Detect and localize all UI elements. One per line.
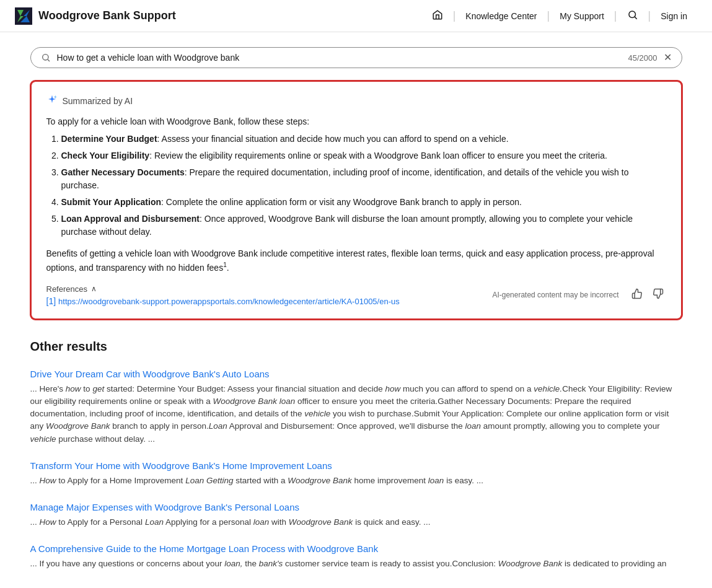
site-title: Woodgrove Bank Support (38, 9, 176, 22)
other-results-title: Other results (30, 340, 682, 354)
logo-area: Woodgrove Bank Support (15, 7, 422, 25)
search-counter: 45/2000 (628, 53, 657, 63)
ai-header: Summarized by AI (46, 94, 666, 108)
nav-knowledge-center[interactable]: Knowledge Center (455, 11, 547, 21)
site-header: Woodgrove Bank Support | Knowledge Cente… (0, 0, 712, 32)
svg-point-5 (42, 55, 48, 60)
result-item-2: Transform Your Home with Woodgrove Bank'… (30, 460, 682, 487)
references-label: References (46, 284, 87, 294)
logo-icon (15, 7, 32, 25)
ai-footer: References ∧ [1]https://woodgrovebank-su… (46, 284, 666, 306)
svg-line-4 (635, 17, 636, 19)
ai-feedback: AI-generated content may be incorrect (492, 287, 666, 303)
header-nav: | Knowledge Center | My Support | | Sign… (422, 9, 697, 22)
reference-item: [1]https://woodgrovebank-support.powerap… (46, 296, 400, 306)
ai-benefits: Benefits of getting a vehicle loan with … (46, 247, 666, 274)
search-clear-button[interactable]: ✕ (664, 53, 672, 63)
ai-benefits-superscript: 1 (223, 261, 227, 268)
ai-steps: Determine Your Budget: Assess your finan… (61, 133, 666, 239)
reference-number: [1] (46, 296, 56, 306)
ai-step-1-text: : Assess your financial situation and de… (157, 134, 509, 144)
ai-step-1-bold: Determine Your Budget (61, 134, 157, 144)
nav-signin[interactable]: Sign in (651, 11, 697, 21)
result-link-2[interactable]: Transform Your Home with Woodgrove Bank'… (30, 460, 682, 471)
ai-step-4: Submit Your Application: Complete the on… (61, 196, 666, 209)
reference-link[interactable]: https://woodgrovebank-support.powerappsp… (58, 297, 400, 306)
result-link-4[interactable]: A Comprehensive Guide to the Home Mortga… (30, 543, 682, 554)
ai-disclaimer: AI-generated content may be incorrect (492, 291, 618, 299)
home-icon (432, 9, 443, 20)
ai-step-3: Gather Necessary Documents: Prepare the … (61, 166, 666, 192)
svg-point-3 (629, 11, 636, 18)
result-item-1: Drive Your Dream Car with Woodgrove Bank… (30, 369, 682, 445)
ai-step-1: Determine Your Budget: Assess your finan… (61, 133, 666, 146)
references-section: References ∧ [1]https://woodgrovebank-su… (46, 284, 400, 306)
thumbs-down-button[interactable] (650, 287, 666, 303)
ai-step-5: Loan Approval and Disbursement: Once app… (61, 213, 666, 239)
result-snippet-4: ... If you have any questions or concern… (30, 558, 682, 570)
main-content: 45/2000 ✕ Summarized by AI To apply for … (15, 32, 697, 588)
result-item-3: Manage Major Expenses with Woodgrove Ban… (30, 502, 682, 529)
nav-search-icon[interactable] (617, 9, 648, 22)
thumbs-up-icon (631, 288, 643, 299)
search-bar: 45/2000 ✕ (30, 47, 682, 68)
references-chevron-icon: ∧ (91, 284, 97, 293)
ai-step-4-bold: Submit Your Application (61, 197, 162, 207)
result-link-1[interactable]: Drive Your Dream Car with Woodgrove Bank… (30, 369, 682, 379)
ai-label: Summarized by AI (63, 96, 133, 106)
result-snippet-3: ... How to Apply for a Personal Loan App… (30, 516, 682, 529)
ai-step-3-bold: Gather Necessary Documents (61, 167, 185, 177)
nav-home[interactable] (422, 9, 453, 22)
result-snippet-2: ... How to Apply for a Home Improvement … (30, 475, 682, 487)
result-link-3[interactable]: Manage Major Expenses with Woodgrove Ban… (30, 502, 682, 512)
ai-step-2: Check Your Eligibility: Review the eligi… (61, 149, 666, 162)
search-icon (41, 53, 51, 63)
ai-sparkle-icon (46, 94, 58, 108)
references-toggle[interactable]: References ∧ (46, 284, 400, 294)
ai-intro: To apply for a vehicle loan with Woodgro… (46, 116, 666, 126)
thumbs-up-button[interactable] (629, 287, 645, 303)
ai-step-5-bold: Loan Approval and Disbursement (61, 214, 200, 224)
result-item-4: A Comprehensive Guide to the Home Mortga… (30, 543, 682, 570)
result-snippet-1: ... Here's how to get started: Determine… (30, 383, 682, 445)
ai-step-2-bold: Check Your Eligibility (61, 151, 150, 160)
ai-step-2-text: : Review the eligibility requirements on… (149, 151, 607, 160)
search-input[interactable] (57, 53, 622, 63)
ai-step-4-text: : Complete the online application form o… (161, 197, 522, 207)
thumbs-down-icon (653, 288, 664, 299)
ai-summary-box: Summarized by AI To apply for a vehicle … (30, 81, 682, 320)
svg-line-6 (48, 59, 50, 61)
nav-my-support[interactable]: My Support (550, 11, 614, 21)
